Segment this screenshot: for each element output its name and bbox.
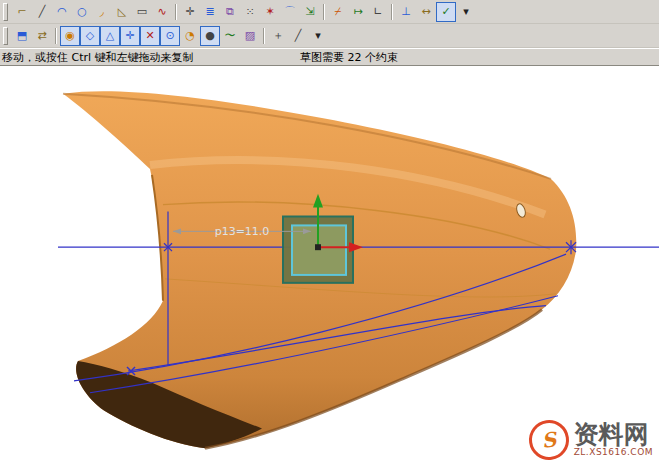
watermark-site-url: ZL.XS1616.COM xyxy=(574,448,653,457)
toolbar-grip xyxy=(3,27,8,45)
arc-icon[interactable]: ◠ xyxy=(52,2,72,22)
display-sketch-constraints-glyph: ✓ xyxy=(441,6,450,17)
geometric-constraints-glyph: ⊥ xyxy=(401,6,411,17)
intersection-point-glyph: ✶ xyxy=(265,6,274,17)
create-inferred-dimension-icon[interactable]: ＋ xyxy=(268,26,288,46)
rectangle-icon[interactable]: ▭ xyxy=(132,2,152,22)
point-on-curve-glyph: 〜 xyxy=(225,30,236,41)
arc-center-glyph: ⊙ xyxy=(165,30,174,41)
profile-icon[interactable]: ⌐ xyxy=(12,2,32,22)
project-curve-glyph: ⇲ xyxy=(305,6,314,17)
reattach-sketch-glyph: ⇄ xyxy=(37,30,46,41)
existing-point-icon[interactable]: ● xyxy=(200,26,220,46)
circle-glyph: ○ xyxy=(77,6,87,17)
existing-point-glyph: ● xyxy=(205,30,215,41)
sketch-curve-toolbar: ⌐╱◠○◞◺▭∿✛≣⧉⁙✶⌒⇲⌿↦∟⊥↔✓▾ xyxy=(0,0,659,24)
snap-point-icon[interactable]: ◉ xyxy=(60,26,80,46)
orient-sketch-view-glyph: ⬒ xyxy=(17,30,27,41)
watermark: S 资料网 ZL.XS1616.COM xyxy=(529,420,653,460)
end-point-icon[interactable]: ◇ xyxy=(80,26,100,46)
fillet-icon[interactable]: ◞ xyxy=(92,2,112,22)
intersection-curve-icon[interactable]: ⌒ xyxy=(280,2,300,22)
sketch-divide-glyph: ╱ xyxy=(295,30,302,41)
watermark-logo-letter: S xyxy=(540,427,558,453)
mirror-curve-glyph: ⧉ xyxy=(226,6,234,17)
dimension-label[interactable]: p13=11.0 xyxy=(215,225,270,238)
chamfer-icon[interactable]: ◺ xyxy=(112,2,132,22)
reattach-sketch-icon[interactable]: ⇄ xyxy=(32,26,52,46)
pattern-curve-icon[interactable]: ⁙ xyxy=(240,2,260,22)
toolbar-separator xyxy=(263,28,265,44)
point-glyph: ✛ xyxy=(185,6,194,17)
toolbar-grip xyxy=(3,3,8,21)
make-corner-glyph: ∟ xyxy=(373,6,382,17)
auto-dimension-icon[interactable]: ↔ xyxy=(416,2,436,22)
make-corner-icon[interactable]: ∟ xyxy=(368,2,388,22)
create-inferred-dimension-glyph: ＋ xyxy=(273,30,284,41)
viewport[interactable]: p13=11.0 S 资料网 ZL.XS1616.COM xyxy=(0,65,659,468)
circle-icon[interactable]: ○ xyxy=(72,2,92,22)
toolbar-options-row1-glyph: ▾ xyxy=(463,6,469,17)
status-hint-text: 移动，或按住 Ctrl 键和左键拖动来复制 xyxy=(2,50,194,65)
orient-sketch-view-icon[interactable]: ⬒ xyxy=(12,26,32,46)
intersection-snap-icon[interactable]: ✕ xyxy=(140,26,160,46)
end-point-glyph: ◇ xyxy=(86,30,94,41)
mid-point-glyph: △ xyxy=(106,30,114,41)
line-glyph: ╱ xyxy=(39,6,46,17)
offset-curve-glyph: ≣ xyxy=(205,6,214,17)
rectangle-glyph: ▭ xyxy=(137,6,147,17)
toolbar-options-row2-glyph: ▾ xyxy=(315,30,321,41)
control-point-icon[interactable]: ✛ xyxy=(120,26,140,46)
watermark-logo: S xyxy=(526,417,571,462)
constraint-count-text: 草图需要 22 个约束 xyxy=(300,50,398,65)
quick-extend-icon[interactable]: ↦ xyxy=(348,2,368,22)
quadrant-point-icon[interactable]: ◔ xyxy=(180,26,200,46)
point-icon[interactable]: ✛ xyxy=(180,2,200,22)
toolbar-separator xyxy=(391,4,393,20)
quick-extend-glyph: ↦ xyxy=(353,6,362,17)
toolbar-options-row1-icon[interactable]: ▾ xyxy=(456,2,476,22)
status-bar: 移动，或按住 Ctrl 键和左键拖动来复制 草图需要 22 个约束 xyxy=(0,48,659,65)
mirror-curve-icon[interactable]: ⧉ xyxy=(220,2,240,22)
point-on-face-icon[interactable]: ▨ xyxy=(240,26,260,46)
point-on-face-glyph: ▨ xyxy=(245,30,255,41)
origin-point[interactable] xyxy=(315,244,321,250)
display-sketch-constraints-icon[interactable]: ✓ xyxy=(436,2,456,22)
offset-curve-icon[interactable]: ≣ xyxy=(200,2,220,22)
point-on-curve-icon[interactable]: 〜 xyxy=(220,26,240,46)
quick-trim-icon[interactable]: ⌿ xyxy=(328,2,348,22)
intersection-snap-glyph: ✕ xyxy=(145,30,154,41)
watermark-site-name: 资料网 xyxy=(574,422,649,448)
toolbar-separator xyxy=(175,4,177,20)
control-point-glyph: ✛ xyxy=(125,30,134,41)
auto-dimension-glyph: ↔ xyxy=(421,6,430,17)
studio-spline-icon[interactable]: ∿ xyxy=(152,2,172,22)
snap-point-glyph: ◉ xyxy=(65,30,75,41)
line-icon[interactable]: ╱ xyxy=(32,2,52,22)
toolbar-separator xyxy=(323,4,325,20)
profile-glyph: ⌐ xyxy=(17,6,26,17)
fillet-glyph: ◞ xyxy=(100,6,104,17)
intersection-point-icon[interactable]: ✶ xyxy=(260,2,280,22)
sketch-canvas[interactable]: p13=11.0 xyxy=(0,66,659,468)
toolbar-separator xyxy=(55,28,57,44)
sketch-divide-icon[interactable]: ╱ xyxy=(288,26,308,46)
studio-spline-glyph: ∿ xyxy=(157,6,166,17)
snap-point-toolbar: ⬒⇄◉◇△✛✕⊙◔●〜▨＋╱▾ xyxy=(0,24,659,48)
project-curve-icon[interactable]: ⇲ xyxy=(300,2,320,22)
watermark-text: 资料网 ZL.XS1616.COM xyxy=(574,422,653,458)
chamfer-glyph: ◺ xyxy=(118,6,126,17)
mid-point-icon[interactable]: △ xyxy=(100,26,120,46)
arc-glyph: ◠ xyxy=(57,6,67,17)
cad-application-window: ⌐╱◠○◞◺▭∿✛≣⧉⁙✶⌒⇲⌿↦∟⊥↔✓▾ ⬒⇄◉◇△✛✕⊙◔●〜▨＋╱▾ 移… xyxy=(0,0,659,468)
quick-trim-glyph: ⌿ xyxy=(335,6,342,17)
intersection-curve-glyph: ⌒ xyxy=(285,6,296,17)
toolbar-options-row2-icon[interactable]: ▾ xyxy=(308,26,328,46)
geometric-constraints-icon[interactable]: ⊥ xyxy=(396,2,416,22)
quadrant-point-glyph: ◔ xyxy=(185,30,195,41)
arc-center-icon[interactable]: ⊙ xyxy=(160,26,180,46)
pattern-curve-glyph: ⁙ xyxy=(245,6,254,17)
